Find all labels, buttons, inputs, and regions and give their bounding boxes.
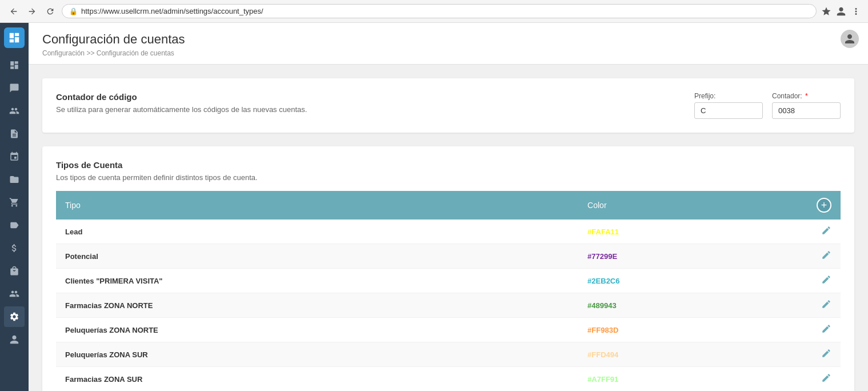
browser-chrome: 🔒 https://www.usellcrm.net/admin/setting… xyxy=(0,0,868,23)
browser-actions xyxy=(821,6,861,17)
breadcrumb: Configuración >> Configuración de cuenta… xyxy=(42,49,854,57)
sidebar-item-folder[interactable] xyxy=(4,169,25,190)
required-indicator: * xyxy=(805,92,808,100)
counter-field-group: Contador: * xyxy=(772,92,841,119)
url-bar[interactable]: 🔒 https://www.usellcrm.net/admin/setting… xyxy=(62,4,817,18)
tipo-cell: Farmacias ZONA NORTE xyxy=(56,293,578,318)
tipo-cell: Peluquerías ZONA NORTE xyxy=(56,318,578,342)
action-cell xyxy=(806,342,841,367)
edit-icon[interactable] xyxy=(821,301,831,311)
action-cell xyxy=(806,367,841,392)
sidebar-item-shopping[interactable] xyxy=(4,261,25,281)
sidebar-item-finance[interactable] xyxy=(4,238,25,258)
edit-icon[interactable] xyxy=(821,326,831,336)
sidebar-item-calendar[interactable] xyxy=(4,146,25,167)
tipos-title: Tipos de Cuenta xyxy=(56,160,841,170)
star-icon[interactable] xyxy=(821,6,831,17)
sidebar-item-dashboard[interactable] xyxy=(4,55,25,75)
page-title: Configuración de cuentas xyxy=(42,32,854,47)
add-type-button[interactable]: + xyxy=(817,198,831,213)
tipo-cell: Farmacias ZONA SUR xyxy=(56,367,578,392)
counter-fields: Prefijo: Contador: * xyxy=(694,92,841,119)
color-cell: #A7FF91 xyxy=(578,367,806,392)
profile-avatar[interactable] xyxy=(841,30,859,48)
counter-description: Se utiliza para generar automáticamente … xyxy=(56,105,681,114)
counter-input[interactable] xyxy=(772,102,841,119)
sidebar-item-team[interactable] xyxy=(4,284,25,304)
more-icon[interactable] xyxy=(851,6,861,17)
col-tipo: Tipo xyxy=(56,191,578,220)
account-types-table: Tipo Color + Lead#FAFA11Potencial#77299E… xyxy=(56,191,841,391)
sidebar-item-settings[interactable] xyxy=(4,306,25,327)
tipo-cell: Lead xyxy=(56,220,578,244)
sidebar-item-notes[interactable] xyxy=(4,123,25,144)
tipo-cell: Clientes "PRIMERA VISITA" xyxy=(56,269,578,293)
counter-label: Contador: * xyxy=(772,92,841,100)
sidebar-item-grid[interactable] xyxy=(4,78,25,98)
content-area: Configuración de cuentas Configuración >… xyxy=(29,23,868,391)
table-row: Potencial#77299E xyxy=(56,244,841,269)
edit-icon[interactable] xyxy=(821,228,831,237)
prefix-input[interactable] xyxy=(694,102,763,119)
counter-title: Contador de código xyxy=(56,92,681,102)
sidebar xyxy=(0,23,29,391)
edit-icon[interactable] xyxy=(821,277,831,286)
edit-icon[interactable] xyxy=(821,252,831,262)
tipos-info: Tipos de Cuenta Los tipos de cuenta perm… xyxy=(56,160,841,182)
forward-button[interactable] xyxy=(25,5,39,18)
counter-section: Contador de código Se utiliza para gener… xyxy=(56,92,841,119)
color-cell: #FAFA11 xyxy=(578,220,806,244)
tipos-description: Los tipos de cuenta permiten definir dis… xyxy=(56,173,841,182)
breadcrumb-separator: >> xyxy=(86,49,96,57)
tipo-cell: Peluquerías ZONA SUR xyxy=(56,342,578,367)
back-button[interactable] xyxy=(7,5,21,18)
color-cell: #2EB2C6 xyxy=(578,269,806,293)
action-cell xyxy=(806,293,841,318)
tipos-card: Tipos de Cuenta Los tipos de cuenta perm… xyxy=(42,146,854,391)
table-row: Farmacias ZONA NORTE#489943 xyxy=(56,293,841,318)
sidebar-item-cart[interactable] xyxy=(4,192,25,213)
counter-info: Contador de código Se utiliza para gener… xyxy=(56,92,681,114)
breadcrumb-root: Configuración xyxy=(42,49,85,57)
edit-icon[interactable] xyxy=(821,350,831,360)
account-icon[interactable] xyxy=(836,6,846,17)
breadcrumb-current: Configuración de cuentas xyxy=(97,49,174,57)
color-cell: #FF983D xyxy=(578,318,806,342)
url-text: https://www.usellcrm.net/admin/settings/… xyxy=(81,7,263,15)
table-row: Clientes "PRIMERA VISITA"#2EB2C6 xyxy=(56,269,841,293)
table-row: Lead#FAFA11 xyxy=(56,220,841,244)
sidebar-item-contacts[interactable] xyxy=(4,101,25,121)
action-cell xyxy=(806,318,841,342)
table-row: Peluquerías ZONA NORTE#FF983D xyxy=(56,318,841,342)
table-row: Peluquerías ZONA SUR#FFD494 xyxy=(56,342,841,367)
app-logo[interactable] xyxy=(4,27,25,48)
action-cell xyxy=(806,269,841,293)
lock-icon: 🔒 xyxy=(69,7,78,15)
main-content: Contador de código Se utiliza para gener… xyxy=(29,65,868,391)
action-cell xyxy=(806,244,841,269)
prefix-field-group: Prefijo: xyxy=(694,92,763,119)
table-header: Tipo Color + xyxy=(56,191,841,220)
color-cell: #77299E xyxy=(578,244,806,269)
action-cell xyxy=(806,220,841,244)
sidebar-item-user[interactable] xyxy=(4,329,25,350)
col-action: + xyxy=(806,191,841,220)
color-cell: #FFD494 xyxy=(578,342,806,367)
prefix-label: Prefijo: xyxy=(694,92,763,100)
sidebar-item-tags[interactable] xyxy=(4,215,25,236)
col-color: Color xyxy=(578,191,806,220)
color-cell: #489943 xyxy=(578,293,806,318)
edit-icon[interactable] xyxy=(821,375,831,385)
tipo-cell: Potencial xyxy=(56,244,578,269)
page-header: Configuración de cuentas Configuración >… xyxy=(29,23,868,65)
tipos-table-body: Lead#FAFA11Potencial#77299EClientes "PRI… xyxy=(56,220,841,391)
table-row: Farmacias ZONA SUR#A7FF91 xyxy=(56,367,841,392)
reload-button[interactable] xyxy=(43,5,57,18)
counter-card: Contador de código Se utiliza para gener… xyxy=(42,78,854,133)
